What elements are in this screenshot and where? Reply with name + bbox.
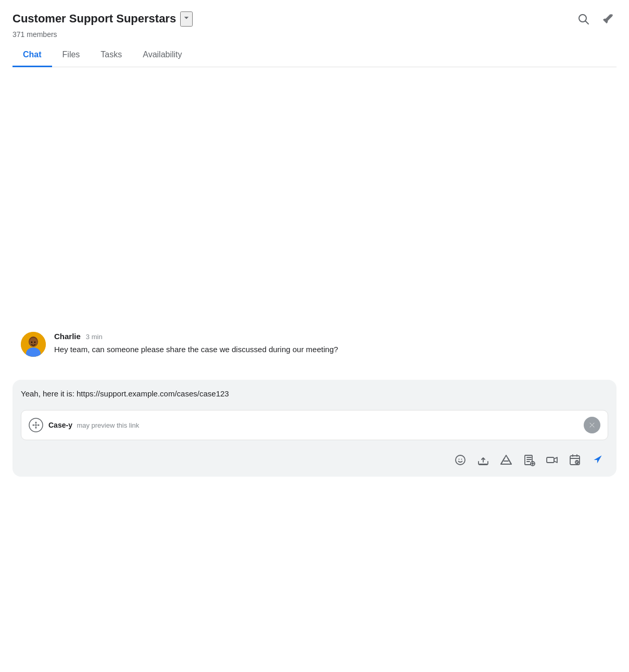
svg-point-6 [31, 342, 32, 343]
tab-chat[interactable]: Chat [12, 45, 52, 67]
tab-availability[interactable]: Availability [132, 45, 192, 67]
message-text: Hey team, can someone please share the c… [54, 344, 608, 356]
svg-point-17 [461, 459, 462, 460]
upload-button[interactable] [473, 450, 494, 470]
link-preview-name: Case-y [48, 421, 72, 429]
header-top: Customer Support Superstars [12, 10, 617, 27]
tab-tasks[interactable]: Tasks [90, 45, 132, 67]
chat-area: Charlie 3 min Hey team, can someone plea… [0, 67, 629, 380]
message-meta: Charlie 3 min [54, 332, 608, 341]
video-button[interactable] [542, 450, 562, 470]
link-preview-desc: may preview this link [77, 421, 139, 429]
pin-button[interactable] [600, 10, 617, 27]
tab-files[interactable]: Files [52, 45, 91, 67]
calendar-button[interactable] [564, 450, 585, 470]
svg-line-1 [586, 21, 589, 24]
link-preview-card: Case-y may preview this link [21, 410, 608, 440]
message-content: Charlie 3 min Hey team, can someone plea… [54, 332, 608, 356]
svg-point-16 [459, 459, 460, 460]
send-button[interactable] [587, 450, 608, 470]
group-dropdown-button[interactable] [180, 11, 193, 27]
svg-point-10 [33, 425, 34, 426]
avatar [21, 332, 46, 357]
compose-area: Yeah, here it is: https://support.exampl… [12, 380, 617, 477]
link-preview-close-button[interactable] [584, 417, 600, 433]
group-title: Customer Support Superstars [12, 12, 176, 26]
members-count: 371 members [12, 30, 617, 39]
svg-point-9 [35, 422, 37, 424]
header-actions [575, 10, 617, 27]
compose-toolbar [21, 447, 608, 470]
svg-rect-21 [547, 457, 554, 463]
link-preview-left: Case-y may preview this link [29, 418, 139, 432]
compose-input[interactable]: Yeah, here it is: https://support.exampl… [21, 388, 608, 403]
emoji-button[interactable] [450, 450, 471, 470]
svg-point-11 [35, 427, 37, 429]
message-time: 3 min [86, 333, 103, 341]
sender-name: Charlie [54, 332, 81, 341]
link-preview-icon [29, 418, 43, 432]
header: Customer Support Superstars 371 members [0, 0, 629, 67]
message-block: Charlie 3 min Hey team, can someone plea… [21, 332, 608, 357]
tabs: Chat Files Tasks Availability [12, 45, 617, 67]
link-preview-title: Case-y may preview this link [48, 420, 139, 430]
create-doc-button[interactable] [519, 450, 539, 470]
search-button[interactable] [575, 10, 592, 27]
svg-point-15 [456, 455, 465, 465]
drive-button[interactable] [496, 450, 517, 470]
header-title-row: Customer Support Superstars [12, 11, 193, 27]
svg-point-12 [38, 425, 40, 426]
svg-point-7 [34, 342, 35, 343]
